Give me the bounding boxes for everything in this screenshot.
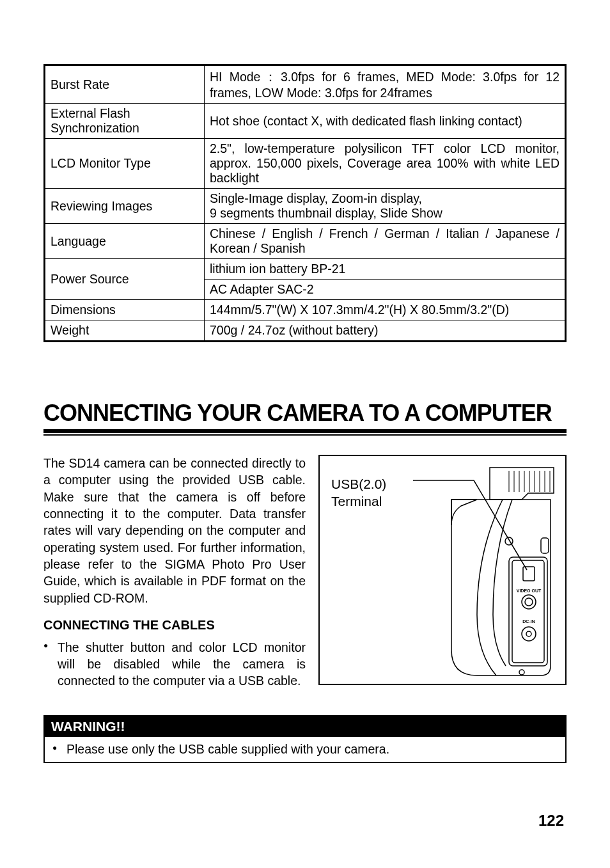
warning-box: WARNING!! Please use only the USB cable … — [43, 715, 567, 763]
svg-point-15 — [526, 631, 531, 636]
title-underline — [43, 434, 567, 436]
spec-label: Dimensions — [45, 300, 205, 320]
bullet-list: The shutter button and color LCD monitor… — [43, 639, 306, 690]
svg-point-18 — [519, 670, 524, 675]
svg-rect-9 — [509, 557, 547, 666]
content-row: The SD14 camera can be connected directl… — [43, 455, 567, 690]
spec-label: Reviewing Images — [45, 189, 205, 224]
warning-header: WARNING!! — [45, 716, 565, 737]
svg-point-14 — [522, 627, 536, 641]
warning-body: Please use only the USB cable supplied w… — [45, 737, 565, 762]
spec-value: 2.5", low-temperature polysilicon TFT co… — [205, 139, 566, 189]
bullet-item: The shutter button and color LCD monitor… — [43, 639, 306, 690]
svg-rect-10 — [512, 560, 544, 663]
spec-label: Burst Rate — [45, 65, 205, 104]
table-row: Reviewing ImagesSingle-Image display, Zo… — [45, 189, 566, 224]
table-row: Power Sourcelithium ion battery BP-21 — [45, 259, 566, 280]
usb-terminal-label: USB(2.0) Terminal — [331, 475, 386, 510]
table-row: LCD Monitor Type2.5", low-temperature po… — [45, 139, 566, 189]
spec-value: AC Adapter SAC-2 — [205, 280, 566, 300]
table-row: LanguageChinese / English / French / Ger… — [45, 224, 566, 259]
spec-value: Single-Image display, Zoom-in display, 9… — [205, 189, 566, 224]
spec-value: 700g / 24.7oz (without battery) — [205, 320, 566, 342]
svg-point-13 — [525, 598, 533, 606]
table-row: Weight700g / 24.7oz (without battery) — [45, 320, 566, 342]
spec-value: HI Mode：3.0fps for 6 frames, MED Mode: 3… — [205, 65, 566, 104]
svg-rect-17 — [541, 538, 549, 553]
svg-point-12 — [522, 595, 536, 609]
specifications-table: Burst RateHI Mode：3.0fps for 6 frames, M… — [43, 64, 567, 342]
spec-label: Weight — [45, 320, 205, 342]
port-label-dcin: DC-IN — [522, 619, 535, 624]
body-paragraph: The SD14 camera can be connected directl… — [43, 455, 306, 606]
left-column: The SD14 camera can be connected directl… — [43, 455, 306, 690]
camera-diagram: USB(2.0) Terminal — [318, 455, 567, 685]
spec-label: Language — [45, 224, 205, 259]
table-row: Dimensions144mm/5.7"(W) X 107.3mm/4.2"(H… — [45, 300, 566, 320]
table-row: Burst RateHI Mode：3.0fps for 6 frames, M… — [45, 65, 566, 104]
spec-label: Power Source — [45, 259, 205, 300]
svg-rect-11 — [523, 567, 535, 581]
spec-value: lithium ion battery BP-21 — [205, 259, 566, 280]
section-title: CONNECTING YOUR CAMERA TO A COMPUTER — [43, 400, 567, 433]
spec-label: LCD Monitor Type — [45, 139, 205, 189]
port-label-video: VIDEO OUT — [517, 588, 542, 593]
svg-line-20 — [474, 480, 527, 570]
spec-value: Hot shoe (contact X, with dedicated flas… — [205, 104, 566, 139]
spec-label: External Flash Synchronization — [45, 104, 205, 139]
sub-heading: CONNECTING THE CABLES — [43, 618, 306, 633]
spec-value: 144mm/5.7"(W) X 107.3mm/4.2"(H) X 80.5mm… — [205, 300, 566, 320]
diagram-label-line2: Terminal — [331, 494, 382, 509]
spec-value: Chinese / English / French / German / It… — [205, 224, 566, 259]
page-number: 122 — [538, 812, 564, 830]
warning-bullet: Please use only the USB cable supplied w… — [51, 741, 559, 758]
camera-illustration: VIDEO OUT DC-IN — [413, 461, 560, 679]
table-row: External Flash SynchronizationHot shoe (… — [45, 104, 566, 139]
diagram-label-line1: USB(2.0) — [331, 477, 386, 491]
